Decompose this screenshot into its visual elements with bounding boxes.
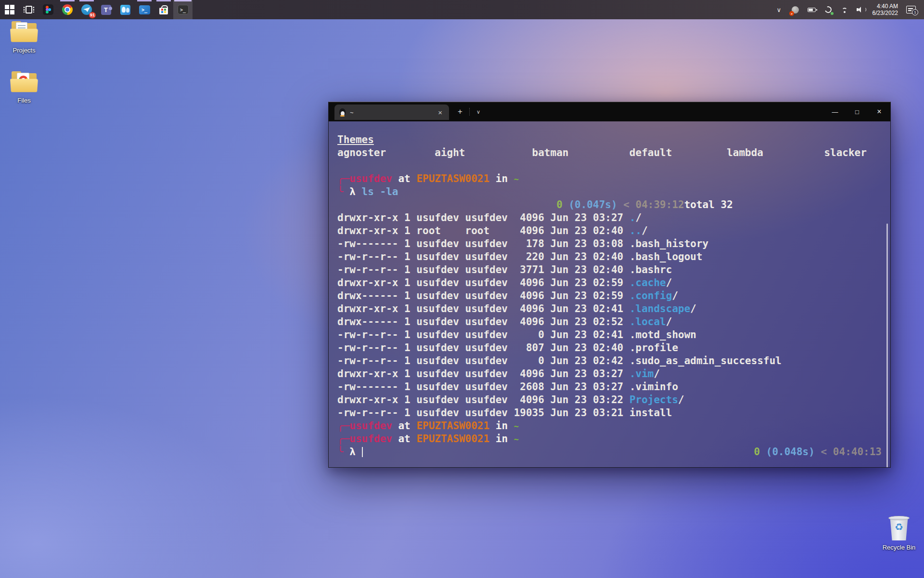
tab-title: ~	[350, 109, 432, 116]
directory-name: .cache	[629, 276, 666, 289]
terminal-window: ~ × + ∨ — □ × Themes agnosteraightbatman…	[328, 102, 891, 468]
tab-dropdown-button[interactable]: ∨	[474, 108, 483, 116]
file-name: .motd_shown	[629, 328, 696, 342]
desktop-icon-files[interactable]: Files	[2, 71, 46, 104]
clock-time: 4:40 AM	[873, 3, 898, 10]
ls-row: drwxr-xr-x 1 usufdev usufdev 4096 Jun 23…	[337, 276, 882, 289]
prompt-line: ╭─usufdev at EPUZTASW0021 in ~	[337, 433, 882, 446]
desktop-icon-label: Projects	[13, 47, 36, 54]
scrollbar-thumb[interactable]	[886, 223, 888, 467]
ls-row: drwxr-xr-x 1 usufdev usufdev 4096 Jun 23…	[337, 368, 882, 381]
ls-output: drwxr-xr-x 1 usufdev usufdev 4096 Jun 23…	[337, 211, 882, 420]
blank-line	[337, 159, 882, 172]
folder-chrome-icon	[10, 71, 38, 94]
taskbar-item-chrome[interactable]	[58, 0, 77, 19]
theme-name: slacker	[824, 146, 867, 159]
taskbar-item-terminal[interactable]	[173, 0, 192, 19]
figma-icon	[43, 4, 53, 15]
ls-row: drwx------ 1 usufdev usufdev 4096 Jun 23…	[337, 315, 882, 328]
themes-header: Themes	[337, 133, 882, 146]
taskbar: 91 ∨ 4:40 AM 6/23/2022 1	[0, 0, 924, 19]
prompt-line: ╭─usufdev at EPUZTASW0021 in ~	[337, 172, 882, 185]
windows-terminal-icon	[178, 5, 189, 14]
notification-center-icon[interactable]: 1	[905, 4, 917, 15]
ls-row: -rw-r--r-- 1 usufdev usufdev 19035 Jun 2…	[337, 407, 882, 420]
text-cursor	[362, 447, 363, 457]
minimize-button[interactable]: —	[824, 102, 846, 121]
taskbar-item-people[interactable]	[116, 0, 135, 19]
ls-row: -rw------- 1 usufdev usufdev 2608 Jun 23…	[337, 381, 882, 394]
directory-name: ..	[629, 224, 642, 237]
desktop: 91 ∨ 4:40 AM 6/23/2022 1 Projects File	[0, 0, 924, 578]
file-name: .bash_history	[629, 237, 708, 250]
close-button[interactable]: ×	[868, 102, 890, 121]
terminal-content[interactable]: Themes agnosteraightbatmandefaultlambdas…	[329, 121, 890, 467]
terminal-titlebar[interactable]: ~ × + ∨ — □ ×	[329, 102, 890, 121]
file-name: install	[629, 407, 672, 420]
taskbar-clock[interactable]: 4:40 AM 6/23/2022	[873, 3, 898, 16]
recycle-bin-icon: ♻	[888, 514, 910, 541]
microsoft-store-icon	[159, 5, 168, 14]
system-tray: ∨ 4:40 AM 6/23/2022 1	[774, 0, 924, 19]
directory-name: .config	[629, 289, 672, 302]
volume-icon[interactable]	[856, 4, 866, 15]
desktop-icon-recycle-bin[interactable]: ♻ Recycle Bin	[877, 514, 921, 551]
status-and-total-line: 0 (0.047s) < 04:39:12total 32	[337, 198, 882, 211]
directory-name: .vim	[629, 368, 654, 381]
tabbar-divider	[469, 108, 470, 116]
powershell-icon	[139, 5, 150, 14]
maximize-button[interactable]: □	[846, 102, 868, 121]
tray-chevron-icon[interactable]: ∨	[774, 4, 784, 15]
linux-tux-icon	[339, 108, 346, 116]
themes-row: agnosteraightbatmandefaultlambdaslacker	[337, 146, 882, 159]
onedrive-error-icon[interactable]	[791, 4, 800, 15]
theme-name: batman	[532, 146, 629, 159]
ls-row: drwxr-xr-x 1 usufdev usufdev 4096 Jun 23…	[337, 302, 882, 315]
directory-name: Projects	[629, 394, 678, 407]
theme-name: default	[629, 146, 727, 159]
people-icon	[120, 5, 130, 15]
taskbar-item-powershell[interactable]	[135, 0, 154, 19]
taskbar-item-figma[interactable]	[38, 0, 58, 19]
desktop-icon-projects[interactable]: Projects	[2, 21, 46, 54]
ls-row: -rw-r--r-- 1 usufdev usufdev 807 Jun 23 …	[337, 342, 882, 355]
command-line: ╰ λ ls -la	[337, 185, 882, 198]
sync-icon[interactable]	[823, 4, 833, 15]
clock-date: 6/23/2022	[873, 10, 898, 16]
directory-name: .local	[629, 315, 666, 328]
taskbar-item-task-view[interactable]	[19, 0, 38, 19]
wifi-icon[interactable]	[840, 4, 849, 15]
tab-close-button[interactable]: ×	[436, 108, 444, 117]
directory-name: .	[629, 211, 636, 224]
folder-documents-icon	[10, 21, 38, 44]
file-name: .profile	[629, 342, 678, 355]
input-line[interactable]: ╰ λ 0 (0.048s) < 04:40:13	[337, 446, 882, 459]
new-tab-button[interactable]: +	[454, 106, 466, 118]
file-name: .sudo_as_admin_successful	[629, 355, 782, 368]
ls-row: -rw-r--r-- 1 usufdev usufdev 0 Jun 23 02…	[337, 355, 882, 368]
ls-row: drwxr-xr-x 1 usufdev usufdev 4096 Jun 23…	[337, 211, 882, 224]
theme-name: aight	[435, 146, 532, 159]
taskbar-item-teams[interactable]	[96, 0, 116, 19]
directory-name: .landscape	[629, 302, 690, 315]
file-name: .bashrc	[629, 263, 672, 276]
ls-row: -rw-r--r-- 1 usufdev usufdev 3771 Jun 23…	[337, 263, 882, 276]
task-view-icon	[24, 5, 34, 14]
taskbar-item-telegram[interactable]: 91	[77, 0, 96, 19]
taskbar-item-store[interactable]	[154, 0, 173, 19]
teams-icon	[101, 5, 111, 15]
file-name: .bash_logout	[629, 250, 703, 263]
taskbar-items: 91	[0, 0, 192, 19]
window-controls: — □ ×	[824, 102, 890, 121]
ls-row: -rw-r--r-- 1 usufdev usufdev 220 Jun 23 …	[337, 250, 882, 263]
unread-badge: 91	[89, 12, 96, 18]
taskbar-item-start[interactable]	[0, 0, 19, 19]
ls-row: drwxr-xr-x 1 usufdev usufdev 4096 Jun 23…	[337, 394, 882, 407]
ls-row: -rw------- 1 usufdev usufdev 178 Jun 23 …	[337, 237, 882, 250]
theme-name: lambda	[727, 146, 824, 159]
battery-icon[interactable]	[807, 4, 817, 15]
terminal-tab[interactable]: ~ ×	[334, 105, 449, 120]
file-name: .viminfo	[629, 381, 678, 394]
notification-badge: 1	[912, 9, 918, 15]
prompt-line: ╭─usufdev at EPUZTASW0021 in ~	[337, 420, 882, 433]
